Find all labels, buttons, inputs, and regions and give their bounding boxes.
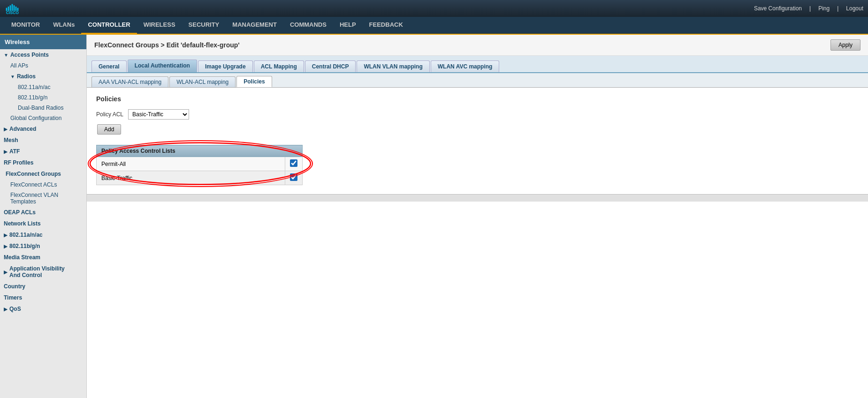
acl-checkbox-cell [285,171,303,185]
sidebar-item-80211anac-main[interactable]: ▶ 802.11a/n/ac [0,229,86,240]
arrow-right-icon-atf: ▶ [4,149,8,154]
add-button[interactable]: Add [97,124,121,135]
nav-feedback[interactable]: FEEDBACK [363,16,410,34]
ping-link[interactable]: Ping [818,5,830,12]
nav-management[interactable]: MANAGEMENT [226,16,283,34]
tab-local-auth[interactable]: Local Authentication [128,60,197,72]
sidebar-item-avc[interactable]: ▶ Application VisibilityAnd Control [0,263,86,281]
acl-checkbox-cell [285,157,303,171]
svg-rect-3 [12,4,13,11]
nav-help[interactable]: HELP [333,16,363,34]
sidebar-item-rf-profiles[interactable]: RF Profiles [0,157,86,168]
subtab-wlan-acl[interactable]: WLAN-ACL mapping [169,76,236,87]
table-row: Permit-All [97,157,303,171]
logout-link[interactable]: Logout [846,5,863,12]
arrow-right-icon-avc: ▶ [4,270,8,275]
policies-title: Policies [96,95,859,103]
main-tabs: General Local Authentication Image Upgra… [87,56,868,73]
acl-table: Policy Access Control Lists Permit-All B… [96,145,303,185]
bottom-scrollbar[interactable] [87,194,868,202]
arrow-down-icon: ▼ [4,53,8,58]
sidebar-item-media-stream[interactable]: Media Stream [0,252,86,263]
sidebar-item-country[interactable]: Country [0,281,86,292]
sidebar-title: Wireless [0,35,86,49]
nav-monitor[interactable]: MONITOR [5,16,46,34]
sidebar-item-atf[interactable]: ▶ ATF [0,146,86,157]
sidebar-item-all-aps[interactable]: All APs [0,60,86,71]
topbar-links: Save Configuration | Ping | Logout [754,5,863,12]
nav-commands[interactable]: COMMANDS [283,16,333,34]
tab-image-upgrade[interactable]: Image Upgrade [198,60,253,72]
sidebar-item-network-lists[interactable]: Network Lists [0,218,86,229]
sidebar: Wireless ▼ Access Points All APs ▼ Radio… [0,35,87,398]
subtab-policies[interactable]: Policies [236,76,272,87]
policies-content: Policies Policy ACL Basic-Traffic Permit… [87,88,868,194]
sidebar-item-flexconnect-vlan[interactable]: FlexConnect VLAN Templates [0,190,86,207]
nav-wlans[interactable]: WLANs [46,16,81,34]
acl-container: Policy Access Control Lists Permit-All B… [96,145,303,185]
save-config-link[interactable]: Save Configuration [754,5,802,12]
acl-name-cell: Permit-All [97,157,285,171]
sidebar-item-mesh[interactable]: Mesh [0,135,86,146]
sidebar-item-radios[interactable]: ▼ Radios [0,71,86,82]
sidebar-item-flexconnect-acls[interactable]: FlexConnect ACLs [0,180,86,190]
arrow-right-icon-qos: ▶ [4,307,8,312]
tab-wlan-vlan[interactable]: WLAN VLAN mapping [357,60,429,72]
cisco-logo: CISCO [5,2,42,15]
policy-acl-row: Policy ACL Basic-Traffic Permit-All [96,109,859,120]
sub-tabs: AAA VLAN-ACL mapping WLAN-ACL mapping Po… [87,73,868,88]
content-area: FlexConnect Groups > Edit 'default-flex-… [87,35,868,398]
nav-controller[interactable]: CONTROLLER [81,16,137,34]
sidebar-item-access-points[interactable]: ▼ Access Points [0,49,86,60]
permit-all-checkbox[interactable] [290,159,297,167]
sidebar-item-global-config[interactable]: Global Configuration [0,113,86,123]
tab-wlan-avc[interactable]: WLAN AVC mapping [431,60,500,72]
content-header: FlexConnect Groups > Edit 'default-flex-… [87,35,868,56]
sidebar-item-80211bgn[interactable]: 802.11b/g/n [0,92,86,103]
apply-button[interactable]: Apply [830,39,860,51]
sidebar-item-flexconnect-groups[interactable]: FlexConnect Groups [0,168,86,180]
svg-text:CISCO: CISCO [6,10,19,15]
sidebar-item-advanced[interactable]: ▶ Advanced [0,123,86,135]
nav-security[interactable]: SECURITY [182,16,226,34]
arrow-right-icon-advanced: ▶ [4,127,8,132]
basic-traffic-checkbox[interactable] [290,173,297,181]
acl-table-header: Policy Access Control Lists [97,145,303,157]
subtab-aaa-vlan-acl[interactable]: AAA VLAN-ACL mapping [91,76,168,87]
table-row: Basic-Traffic [97,171,303,185]
sidebar-item-dual-band[interactable]: Dual-Band Radios [0,103,86,113]
acl-name-cell: Basic-Traffic [97,171,285,185]
sidebar-item-80211bgn-main[interactable]: ▶ 802.11b/g/n [0,240,86,252]
sidebar-item-qos[interactable]: ▶ QoS [0,303,86,315]
sidebar-item-oeap-acls[interactable]: OEAP ACLs [0,207,86,218]
sidebar-item-80211anac[interactable]: 802.11a/n/ac [0,82,86,92]
nav-wireless[interactable]: WIRELESS [137,16,182,34]
breadcrumb: FlexConnect Groups > Edit 'default-flex-… [94,41,240,49]
tab-acl-mapping[interactable]: ACL Mapping [254,60,304,72]
tab-general[interactable]: General [91,60,127,72]
sidebar-item-timers[interactable]: Timers [0,292,86,303]
navbar: MONITOR WLANs CONTROLLER WIRELESS SECURI… [0,17,868,35]
arrow-right-icon-80211bgn: ▶ [4,244,8,249]
arrow-right-icon-80211anac: ▶ [4,233,8,238]
arrow-down-icon-radios: ▼ [10,74,15,79]
tab-central-dhcp[interactable]: Central DHCP [305,60,356,72]
policy-acl-label: Policy ACL [96,111,123,118]
policy-acl-select[interactable]: Basic-Traffic Permit-All [128,109,189,120]
